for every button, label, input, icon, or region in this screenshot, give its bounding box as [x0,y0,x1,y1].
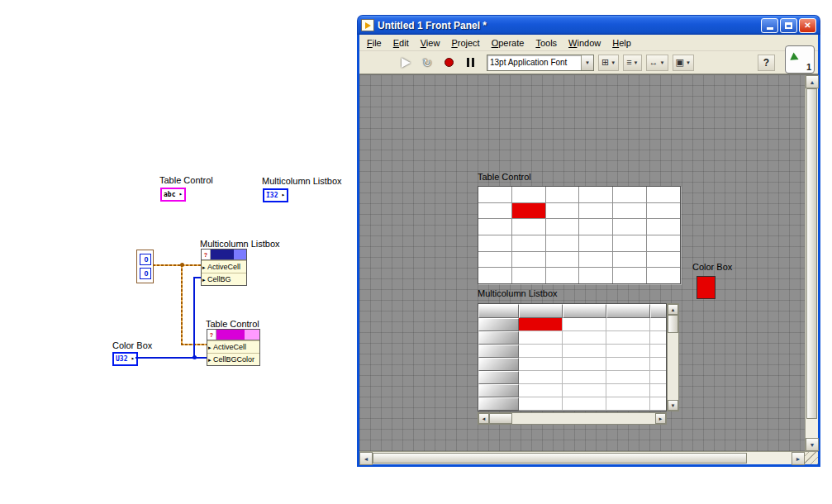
listbox-cell[interactable] [519,345,563,358]
property-row[interactable]: ▸ ActiveCell [207,340,259,353]
property-row[interactable]: ▸ CellBGColor [207,353,259,365]
table-cell[interactable] [647,252,680,268]
table-cell[interactable] [613,203,646,219]
font-selector[interactable]: 13pt Application Font ▼ [487,55,594,71]
listbox-column-header[interactable] [650,304,667,318]
listbox-cell[interactable] [519,384,563,397]
listbox-row-header[interactable] [478,318,519,331]
table-cell[interactable] [647,235,680,251]
table-cell[interactable] [647,219,680,235]
listbox-corner-header[interactable] [478,304,519,318]
menu-item-window[interactable]: Window [563,36,606,50]
table-cell[interactable] [647,187,680,202]
color-box-control[interactable] [697,276,716,299]
listbox-row-header[interactable] [478,345,519,358]
table-cell[interactable] [647,203,680,219]
table-cell[interactable] [478,268,511,283]
table-cell[interactable] [579,252,612,268]
property-node-multicolumn-listbox[interactable]: ? ▸ ActiveCell ▸ CellBG [201,249,247,286]
listbox-cell[interactable] [563,371,606,384]
listbox-cell[interactable] [650,318,667,331]
listbox-grid[interactable] [478,303,667,411]
listbox-row-header[interactable] [478,384,519,397]
scroll-down-button[interactable]: ▼ [806,438,819,451]
listbox-cell[interactable] [563,397,606,411]
table-cell[interactable] [478,203,511,219]
scroll-right-button[interactable]: ► [792,452,805,465]
table-cell[interactable] [546,219,579,235]
table-cell[interactable] [613,219,646,235]
table-cell[interactable] [546,235,579,251]
listbox-row-header[interactable] [478,358,519,371]
front-panel-canvas[interactable]: Table Control Color Box Multicolumn List… [359,75,805,451]
table-cell[interactable] [613,187,646,202]
listbox-column-header[interactable] [606,304,650,318]
help-button[interactable]: ? [758,55,775,71]
window-vertical-scrollbar[interactable]: ▲ ▼ [805,75,818,451]
listbox-cell[interactable] [650,358,667,371]
listbox-row-header[interactable] [478,331,519,345]
table-cell[interactable] [546,268,579,283]
listbox-column-header[interactable] [563,304,606,318]
listbox-cell[interactable] [563,318,606,331]
listbox-cell[interactable] [650,397,667,411]
table-cell[interactable] [512,203,545,219]
resize-objects-dropdown[interactable]: ↔▼ [646,55,668,71]
listbox-row-header[interactable] [478,371,519,384]
table-control-terminal[interactable]: abc ▸ [160,188,186,202]
window-horizontal-scrollbar[interactable]: ◄ ► [359,451,805,464]
table-cell[interactable] [647,268,680,283]
menu-item-project[interactable]: Project [445,36,485,50]
listbox-cell[interactable] [563,384,606,397]
table-cell[interactable] [579,203,612,219]
align-objects-dropdown[interactable]: ⊞▼ [598,55,619,71]
property-row[interactable]: ▸ CellBG [202,273,246,285]
table-cell[interactable] [579,268,612,283]
color-box-terminal[interactable]: U32 ▸ [112,352,138,366]
table-cell[interactable] [512,268,545,283]
listbox-cell[interactable] [606,331,650,345]
listbox-cell[interactable] [606,345,650,358]
listbox-cell[interactable] [606,318,650,331]
listbox-cell[interactable] [563,358,606,371]
distribute-objects-dropdown[interactable]: ≡▼ [623,55,641,71]
close-button[interactable]: ✕ [799,18,816,33]
table-cell[interactable] [579,187,612,202]
table-cell[interactable] [512,235,545,251]
menu-item-tools[interactable]: Tools [530,36,563,50]
abort-button[interactable] [439,54,459,72]
scroll-left-button[interactable]: ◄ [359,452,373,465]
listbox-cell[interactable] [650,331,667,345]
listbox-cell[interactable] [606,358,650,371]
menu-item-help[interactable]: Help [606,36,637,50]
run-continuous-button[interactable]: ↻ [417,54,437,72]
property-row[interactable]: ▸ ActiveCell [202,260,246,273]
scrollbar-thumb[interactable] [668,315,678,333]
menu-item-edit[interactable]: Edit [387,36,415,50]
maximize-button[interactable] [780,18,797,33]
scroll-down-button[interactable]: ▼ [668,400,678,411]
resize-grip[interactable] [805,451,818,464]
listbox-row-header[interactable] [478,397,519,411]
scroll-right-button[interactable]: ► [655,413,666,424]
scrollbar-thumb[interactable] [373,453,747,464]
run-button[interactable] [396,54,416,72]
scrollbar-thumb[interactable] [489,413,512,424]
table-cell[interactable] [613,235,646,251]
table-cell[interactable] [613,252,646,268]
scrollbar-thumb[interactable] [806,88,817,419]
table-cell[interactable] [478,187,511,202]
cluster-value[interactable]: 0 [140,268,151,279]
property-node-table-control[interactable]: ? ▸ ActiveCell ▸ CellBGColor [207,329,260,366]
table-cell[interactable] [512,219,545,235]
listbox-horizontal-scrollbar[interactable]: ◄ ► [478,412,667,425]
table-cell[interactable] [512,252,545,268]
cluster-constant[interactable]: 0 0 [136,250,154,283]
listbox-cell[interactable] [519,331,563,345]
scroll-up-button[interactable]: ▲ [806,75,819,88]
multicolumn-listbox-control[interactable]: ▲ ▼ ◄ ► [478,303,680,425]
cluster-value[interactable]: 0 [140,254,151,265]
dropdown-arrow-icon[interactable]: ▼ [581,55,593,70]
listbox-cell[interactable] [606,397,650,411]
pause-button[interactable] [460,54,480,72]
